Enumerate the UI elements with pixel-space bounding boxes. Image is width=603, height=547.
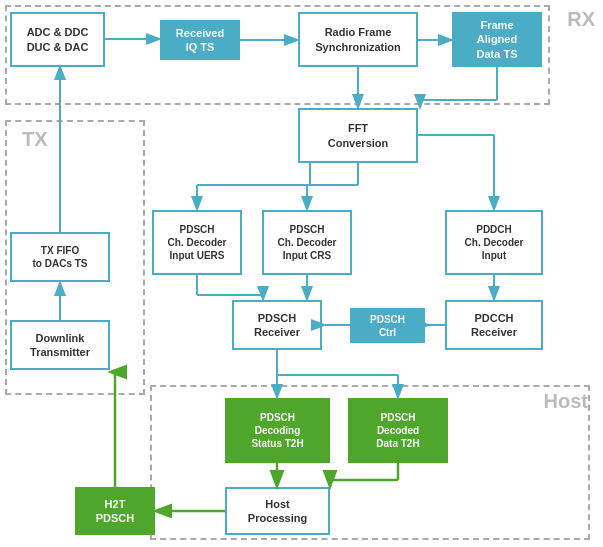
h2t-pdsch-block: H2TPDSCH [75,487,155,535]
pdsch-ctrl-block: PDSCHCtrl [350,308,425,343]
pdsch-uers-block: PDSCHCh. DecoderInput UERS [152,210,242,275]
rx-label: RX [567,8,595,31]
iq-ts-block: ReceivedIQ TS [160,20,240,60]
pddch-block: PDDCHCh. DecoderInput [445,210,543,275]
fft-block: FFTConversion [298,108,418,163]
host-label: Host [544,390,588,413]
radio-frame-block: Radio FrameSynchronization [298,12,418,67]
main-diagram: RX TX Host ADC & DDCDUC & DAC ReceivedIQ… [0,0,603,547]
downlink-block: DownlinkTransmitter [10,320,110,370]
host-processing-block: HostProcessing [225,487,330,535]
pdcch-receiver-block: PDCCHReceiver [445,300,543,350]
frame-aligned-block: FrameAlignedData TS [452,12,542,67]
pdsch-decoded-block: PDSCHDecodedData T2H [348,398,448,463]
pdsch-crs-block: PDSCHCh. DecoderInput CRS [262,210,352,275]
pdsch-receiver-block: PDSCHReceiver [232,300,322,350]
tx-fifo-block: TX FIFOto DACs TS [10,232,110,282]
adc-block: ADC & DDCDUC & DAC [10,12,105,67]
pdsch-decoding-block: PDSCHDecodingStatus T2H [225,398,330,463]
tx-label: TX [22,128,48,151]
